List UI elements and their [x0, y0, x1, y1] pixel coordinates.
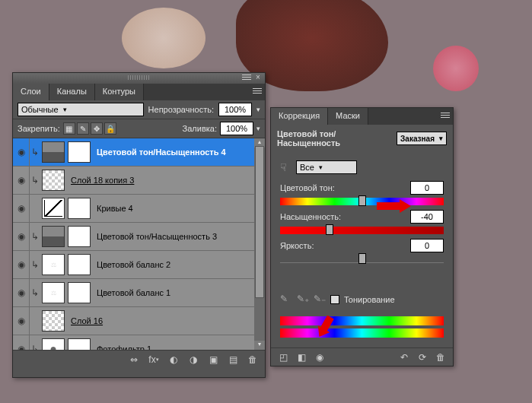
layer-row[interactable]: ↳Цветовой тон/Насыщенность 3 [13, 223, 265, 251]
lightness-slider-thumb[interactable] [358, 253, 366, 264]
lightness-input[interactable]: 0 [410, 239, 444, 252]
blend-mode-select[interactable]: Обычные [18, 103, 144, 116]
tab-adjustments[interactable]: Коррекция [271, 108, 328, 125]
clip-arrow-icon: ↳ [30, 231, 40, 242]
mask-thumbnail[interactable] [68, 226, 91, 247]
delete-layer-icon[interactable]: 🗑 [247, 354, 259, 366]
saturation-input[interactable]: -40 [410, 210, 444, 224]
clip-to-layer-icon[interactable]: ◧ [295, 351, 307, 363]
eyedropper-plus-icon[interactable]: ✎₊ [297, 294, 309, 306]
layer-thumbnail[interactable]: ⚖ [42, 282, 65, 303]
new-layer-icon[interactable]: ▤ [227, 354, 239, 366]
visibility-eye-icon[interactable] [13, 195, 30, 222]
adjustments-panel: Коррекция Маски Цветовой тон/Насыщенност… [270, 107, 454, 367]
layer-name-label[interactable]: Слой 16 [71, 316, 103, 325]
grip-icon [128, 75, 151, 80]
delete-adjustment-icon[interactable]: 🗑 [435, 351, 447, 363]
previous-state-icon[interactable]: ↶ [398, 351, 410, 363]
saturation-slider-thumb[interactable] [326, 224, 333, 235]
mask-thumbnail[interactable] [68, 141, 91, 163]
layer-thumbnail[interactable]: ⚖ [42, 254, 65, 275]
layer-name-label[interactable]: Цветовой тон/Насыщенность 3 [97, 232, 217, 241]
layer-row[interactable]: Кривые 4 [13, 195, 265, 223]
mask-thumbnail[interactable] [68, 282, 91, 303]
layer-row[interactable]: ↳Слой 18 копия 3 [13, 167, 265, 195]
eyedropper-icon[interactable]: ✎ [280, 294, 292, 306]
layer-thumbnail[interactable] [42, 141, 65, 163]
tab-masks[interactable]: Маски [328, 108, 368, 125]
adjustment-title-row: Цветовой тон/Насыщенность Заказная [271, 125, 453, 152]
opacity-input[interactable]: 100% [218, 103, 252, 116]
new-adjustment-icon[interactable]: ◑ [187, 354, 199, 366]
layer-name-label[interactable]: Слой 18 копия 3 [71, 176, 134, 185]
clip-arrow-icon: ↳ [30, 287, 40, 298]
lightness-slider-track[interactable] [280, 255, 444, 263]
eyedropper-row: ✎ ✎₊ ✎₋ Тонирование [271, 294, 453, 306]
panel-header[interactable]: × [13, 73, 265, 84]
colorize-checkbox[interactable] [330, 295, 339, 304]
lock-pixels-icon[interactable]: ✎ [77, 122, 89, 135]
lock-icons: ▦ ✎ ✥ 🔒 [63, 122, 116, 135]
channel-select[interactable]: Все [296, 160, 357, 174]
visibility-eye-icon[interactable] [13, 279, 30, 306]
layer-row[interactable]: ↳⚖Цветовой баланс 2 [13, 251, 265, 279]
fill-input[interactable]: 100% [220, 122, 253, 135]
new-group-icon[interactable]: ▣ [207, 354, 219, 366]
fx-icon[interactable]: fx▾ [148, 354, 160, 366]
scrollbar-thumb[interactable] [255, 146, 264, 298]
visibility-eye-icon[interactable] [13, 251, 30, 278]
layer-name-label[interactable]: Цветовой тон/Насыщенность 4 [97, 148, 226, 157]
layer-thumbnail[interactable] [42, 170, 65, 191]
scroll-down-icon[interactable]: ▾ [254, 341, 265, 350]
layer-row[interactable]: ↳Цветовой тон/Насыщенность 4 [13, 138, 265, 167]
clip-arrow-icon: ↳ [30, 259, 40, 270]
lock-position-icon[interactable]: ✥ [91, 122, 103, 135]
visibility-eye-icon[interactable] [13, 307, 30, 335]
layer-name-label[interactable]: Цветовой баланс 1 [97, 288, 170, 297]
tab-paths[interactable]: Контуры [95, 84, 144, 100]
hue-input[interactable]: 0 [410, 181, 444, 195]
hue-slider-track[interactable] [280, 198, 444, 205]
preset-select[interactable]: Заказная [397, 132, 447, 145]
chevron-down-icon[interactable]: ▾ [256, 125, 260, 132]
layer-name-label[interactable]: Цветовой баланс 2 [97, 260, 170, 269]
panel-menu-icon[interactable] [242, 75, 251, 81]
visibility-eye-icon[interactable] [13, 223, 30, 250]
close-icon[interactable]: × [254, 74, 262, 81]
layer-row[interactable]: ↳⚖Цветовой баланс 1 [13, 279, 265, 307]
add-mask-icon[interactable]: ◐ [167, 354, 180, 366]
scrollbar[interactable]: ▴ ▾ [254, 138, 265, 350]
toggle-visibility-icon[interactable]: ◉ [314, 351, 326, 363]
clip-arrow-icon: ↳ [30, 147, 40, 157]
lock-transparent-icon[interactable]: ▦ [63, 122, 75, 135]
tab-channels[interactable]: Каналы [49, 84, 95, 100]
visibility-eye-icon[interactable] [13, 335, 30, 350]
layer-thumbnail[interactable] [42, 198, 65, 219]
eyedropper-minus-icon[interactable]: ✎₋ [314, 294, 326, 306]
layer-thumbnail[interactable] [42, 310, 65, 332]
lock-all-icon[interactable]: 🔒 [104, 122, 116, 135]
panel-menu-icon[interactable] [253, 88, 262, 95]
chevron-down-icon[interactable]: ▾ [256, 106, 260, 113]
tab-layers[interactable]: Слои [13, 84, 49, 100]
layer-row[interactable]: Слой 16 [13, 307, 265, 335]
mask-thumbnail[interactable] [68, 254, 91, 275]
reset-icon[interactable]: ⟳ [416, 351, 428, 363]
mask-thumbnail[interactable] [68, 338, 91, 350]
mask-thumbnail[interactable] [68, 198, 91, 219]
expand-view-icon[interactable]: ◰ [277, 351, 289, 363]
layer-thumbnail[interactable] [42, 338, 65, 350]
scrubby-hand-icon[interactable]: ☟ [280, 161, 287, 173]
panel-menu-icon[interactable] [441, 113, 450, 119]
layer-name-label[interactable]: Фотофильтр 1 [97, 344, 151, 350]
visibility-eye-icon[interactable] [13, 138, 30, 166]
layer-row[interactable]: ↳Фотофильтр 1 [13, 335, 265, 350]
hue-slider-thumb[interactable] [358, 195, 366, 206]
layer-name-label[interactable]: Кривые 4 [97, 204, 133, 213]
saturation-row: Насыщенность: -40 [271, 210, 453, 224]
layer-thumbnail[interactable] [42, 226, 65, 247]
link-layers-icon[interactable]: ⇔ [128, 354, 140, 366]
layers-footer: ⇔ fx▾ ◐ ◑ ▣ ▤ 🗑 [13, 350, 265, 368]
visibility-eye-icon[interactable] [13, 167, 30, 194]
saturation-slider-track[interactable] [280, 227, 444, 234]
